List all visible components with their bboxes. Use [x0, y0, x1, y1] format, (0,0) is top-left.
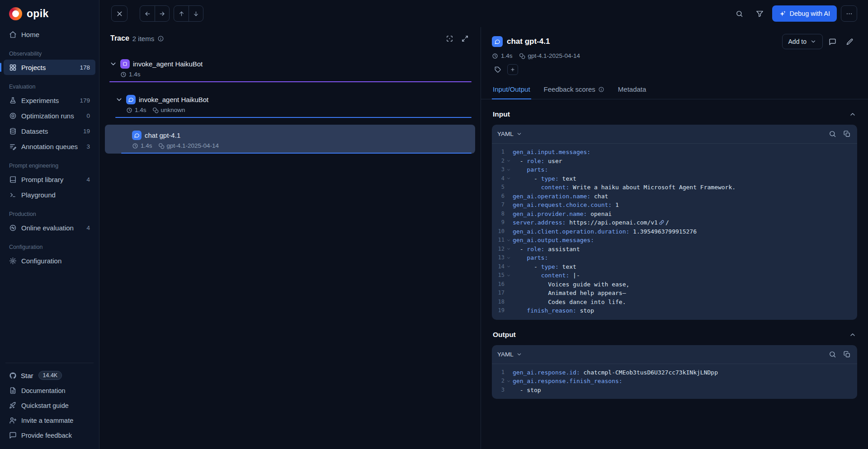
- arrow-right-icon: [159, 10, 165, 17]
- detail-tabs: Input/OutputFeedback scoresMetadata: [481, 81, 868, 99]
- footer-link-documentation[interactable]: Documentation: [4, 383, 95, 398]
- more-options-button[interactable]: [841, 5, 857, 22]
- format-select[interactable]: YAML: [497, 351, 522, 358]
- fold-chevron-icon[interactable]: [505, 256, 513, 260]
- sidebar-item-count: 4: [86, 224, 90, 231]
- github-star-button[interactable]: Star 14.4K: [4, 368, 95, 383]
- output-section-toggle[interactable]: Output: [492, 320, 857, 345]
- tag-icon: [494, 66, 501, 73]
- sidebar-item-annotation-queues[interactable]: Annotation queues3: [4, 139, 95, 154]
- chevron-down-icon[interactable]: [115, 96, 123, 103]
- tab-metadata[interactable]: Metadata: [617, 81, 647, 99]
- tags-button[interactable]: [492, 64, 504, 75]
- model-icon: [519, 53, 525, 59]
- sidebar-item-configuration[interactable]: Configuration: [4, 253, 95, 268]
- fold-chevron-icon[interactable]: [505, 247, 513, 251]
- edit-button[interactable]: [842, 34, 857, 49]
- fold-chevron-icon[interactable]: [505, 238, 513, 243]
- previous-trace-button[interactable]: [140, 6, 155, 21]
- add-to-button[interactable]: Add to: [782, 34, 823, 49]
- line-number: 17: [495, 289, 505, 298]
- content: Trace 2 items invoke_agent HaikuBot1.4si…: [99, 27, 868, 449]
- next-span-button[interactable]: [189, 6, 203, 21]
- trace-row-invoke-agent-haikubot[interactable]: invoke_agent HaikuBot1.4s: [105, 53, 475, 82]
- section-title: Output: [493, 331, 516, 339]
- sidebar-footer: Star 14.4K DocumentationQuickstart guide…: [0, 358, 99, 449]
- code-line: 3 parts:: [495, 165, 853, 174]
- code-actions: [826, 347, 854, 361]
- sidebar-item-home[interactable]: Home: [4, 27, 95, 42]
- code-line: 17 Animated help appears—: [495, 289, 853, 298]
- trace-row-invoke-agent-haikubot[interactable]: invoke_agent HaikuBot1.4sunknown: [105, 89, 475, 118]
- chevron-down-icon[interactable]: [109, 60, 117, 68]
- detail-meta-row: 1.4s gpt-4.1-2025-04-14: [492, 52, 857, 59]
- fold-chevron-icon[interactable]: [505, 176, 513, 181]
- add-to-label: Add to: [788, 38, 807, 45]
- span-title: chat gpt-4.1: [507, 37, 550, 46]
- footer-link-quickstart-guide[interactable]: Quickstart guide: [4, 398, 95, 413]
- format-label: YAML: [497, 131, 514, 137]
- fold-chevron-icon[interactable]: [505, 273, 513, 278]
- fold-chevron-icon[interactable]: [505, 379, 513, 384]
- previous-span-button[interactable]: [174, 6, 189, 21]
- code-copy-button[interactable]: [840, 347, 854, 361]
- line-number: 1: [495, 148, 505, 157]
- next-trace-button[interactable]: [155, 6, 169, 21]
- sidebar-item-label: Configuration: [21, 257, 90, 265]
- code-text: gen_ai.provider.name: openai: [513, 210, 612, 219]
- fold-chevron-icon[interactable]: [505, 168, 513, 172]
- add-tag-button[interactable]: [507, 64, 518, 75]
- search-icon: [829, 130, 836, 138]
- sidebar-item-label: Annotation queues: [21, 143, 82, 150]
- main-area: Debug with AI Trace 2 items: [99, 0, 868, 449]
- trace-actions: [443, 32, 472, 45]
- line-number: 8: [495, 210, 505, 219]
- footer-link-provide-feedback[interactable]: Provide feedback: [4, 428, 95, 443]
- focus-selected-span-button[interactable]: [443, 32, 456, 45]
- sidebar-item-count: 179: [80, 97, 90, 104]
- search-button[interactable]: [731, 5, 748, 22]
- code-line: 8gen_ai.provider.name: openai: [495, 210, 853, 219]
- footer-link-invite-a-teammate[interactable]: Invite a teammate: [4, 413, 95, 428]
- format-select[interactable]: YAML: [497, 131, 522, 137]
- sidebar-section-label: Production: [4, 202, 95, 220]
- code-text: - role: user: [513, 157, 562, 166]
- sidebar-item-label: Playground: [21, 191, 90, 199]
- close-button[interactable]: [111, 5, 127, 22]
- code-search-button[interactable]: [826, 127, 839, 141]
- sidebar-item-datasets[interactable]: Datasets19: [4, 123, 95, 139]
- sidebar-item-label: Optimization runs: [21, 112, 82, 120]
- code-line: 13 parts:: [495, 253, 853, 262]
- code-line: 1gen_ai.input.messages:: [495, 148, 853, 157]
- comment-button[interactable]: [825, 34, 840, 49]
- sparkles-icon: [779, 10, 786, 17]
- link-icon[interactable]: [659, 220, 665, 225]
- chat-icon: [126, 95, 136, 104]
- trace-row-chat-gpt-4-1[interactable]: chat gpt-4.11.4sgpt-4.1-2025-04-14: [105, 125, 475, 154]
- filter-button[interactable]: [752, 5, 768, 22]
- trace-header: Trace 2 items: [99, 27, 481, 51]
- code-body: 1gen_ai.response.id: chatcmpl-CMEob3tusD…: [492, 364, 857, 399]
- span-pager: [174, 5, 203, 22]
- fold-chevron-icon[interactable]: [505, 159, 513, 163]
- sidebar-item-online-evaluation[interactable]: Online evaluation4: [4, 220, 95, 235]
- debug-with-ai-button[interactable]: Debug with AI: [772, 5, 837, 22]
- input-section-toggle[interactable]: Input: [492, 99, 857, 125]
- code-line: 11gen_ai.output.messages:: [495, 236, 853, 245]
- tab-feedback-scores[interactable]: Feedback scores: [543, 81, 605, 99]
- tab-input-output[interactable]: Input/Output: [492, 81, 531, 99]
- fold-chevron-icon[interactable]: [505, 264, 513, 269]
- arrow-down-icon: [193, 10, 199, 17]
- sidebar-item-playground[interactable]: Playground: [4, 187, 95, 202]
- expand-tree-button[interactable]: [458, 32, 472, 45]
- sidebar-item-projects[interactable]: Projects178: [4, 60, 95, 75]
- code-search-button[interactable]: [826, 347, 839, 361]
- detail-body: InputYAML1gen_ai.input.messages:2 - role…: [481, 99, 868, 449]
- sidebar-item-optimization-runs[interactable]: Optimization runs0: [4, 108, 95, 123]
- sidebar-item-experiments[interactable]: Experiments179: [4, 93, 95, 108]
- star-count-badge: 14.4K: [38, 371, 62, 380]
- code-copy-button[interactable]: [840, 127, 854, 141]
- tab-label: Input/Output: [493, 85, 530, 93]
- opik-logo[interactable]: opik: [0, 0, 99, 26]
- sidebar-item-prompt-library[interactable]: Prompt library4: [4, 172, 95, 187]
